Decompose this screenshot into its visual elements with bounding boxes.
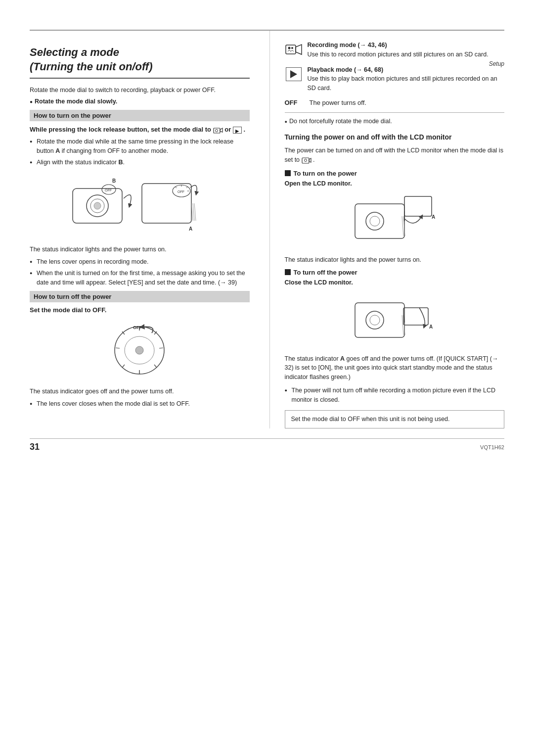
first-time-bullet: When the unit is turned on for the first… [30,269,250,287]
play-triangle [290,70,297,78]
svg-text:A: A [189,226,192,232]
setup-label: Setup [489,60,504,67]
after-off-bullets: The lens cover closes when the mode dial… [30,399,250,409]
camera-diagram-1: OFF B [30,174,250,238]
open-lcd-text: Open the LCD monitor. [285,180,505,187]
svg-point-52 [370,315,380,325]
how-to-turn-off-header: How to turn off the power [30,291,250,302]
camera-lcd-closed-diagram: A [285,293,505,347]
recording-mode-row: Recording mode (→ 43, 46) Use this to re… [285,41,505,59]
off-row: OFF The power turns off. [285,99,505,106]
status-on-text: The status indicator lights and the powe… [30,245,250,254]
recording-icon-svg [285,42,302,57]
svg-line-19 [193,203,194,221]
bottom-area: 31 VQT1H62 [30,438,504,452]
svg-line-20 [194,203,196,221]
page-container: Setup Selecting a mode (Turning the unit… [0,30,534,756]
svg-point-2 [215,129,218,132]
svg-text:A: A [432,214,435,220]
title-line1: Selecting a mode (Turning the unit on/of… [30,46,250,74]
mode-dial-diagram: OFF B [70,174,209,238]
svg-marker-34 [296,45,302,54]
svg-rect-41 [404,196,432,216]
svg-point-51 [366,311,384,329]
how-to-turn-on-header: How to turn on the power [30,110,250,121]
to-turn-off-header: To turn off the power [285,269,505,276]
power-off-bullets: The power will not turn off while record… [285,386,505,405]
to-turn-on-header: To turn on the power [285,170,505,177]
recording-mode-text: Recording mode (→ 43, 46) Use this to re… [308,41,505,59]
svg-text:B: B [112,178,116,184]
page-number: 31 [30,442,40,452]
model-code: VQT1H62 [480,444,504,450]
svg-point-39 [304,159,307,161]
recording-mode-icon-inline [213,126,223,134]
svg-text:OFF: OFF [105,189,112,192]
svg-line-15 [176,187,177,188]
svg-line-25 [159,348,163,348]
lcd-intro: The power can be turned on and off with … [285,146,505,165]
black-square-off [285,269,291,275]
recording-mode-icon [285,41,303,58]
status-off-text: The status indicator goes off and the po… [30,387,250,396]
camera-diagram-2: OFF [30,321,250,380]
svg-line-28 [154,365,157,368]
lcd-section-header: Turning the power on and off with the LC… [285,133,505,142]
status-off-para: The status indicator A goes off and the … [285,354,505,382]
intro-text: Rotate the mode dial to switch to record… [30,86,250,95]
svg-point-43 [366,212,384,230]
lcd-closed-svg: A [345,293,444,347]
section-divider [285,112,505,113]
svg-text:A: A [429,324,433,330]
lcd-section: Turning the power on and off with the LC… [285,133,505,428]
off-desc: The power turns off. [310,99,366,106]
svg-rect-0 [214,128,220,133]
warning-box: Set the mode dial to OFF when this unit … [285,410,505,428]
svg-rect-37 [302,158,309,163]
rotate-slowly-bullet: Rotate the mode dial slowly. [30,98,250,105]
lock-bullets: Rotate the mode dial while at the same t… [30,137,250,167]
black-square-on [285,170,291,176]
status-on-para: The status indicator lights and the powe… [285,255,505,265]
set-mode-text: Set the mode dial to OFF. [30,306,250,314]
lens-cover-bullet: The lens cover opens in recording mode. [30,257,250,267]
svg-point-44 [370,216,380,226]
camera-lcd-open-diagram: A [285,194,505,248]
left-column: Selecting a mode (Turning the unit on/of… [30,31,250,428]
svg-point-35 [288,47,290,49]
svg-rect-33 [286,45,296,54]
svg-rect-10 [142,184,191,223]
lock-heading: While pressing the lock release button, … [30,125,250,134]
recording-mode-label: Recording mode (→ 43, 46) [308,41,505,50]
page-title: Selecting a mode (Turning the unit on/of… [30,46,250,79]
close-lcd-text: Close the LCD monitor. [285,279,505,286]
svg-point-6 [94,202,101,209]
right-column: Recording mode (→ 43, 46) Use this to re… [269,31,505,428]
lock-bullet-2: Align with the status indicator B. [30,158,250,167]
power-off-bullet: The power will not turn off while record… [285,386,505,405]
svg-text:OFF: OFF [178,190,184,193]
svg-point-36 [291,47,293,49]
playback-mode-icon-inline: ▶ [233,127,242,134]
svg-marker-38 [309,158,311,162]
after-status-bullets: The lens cover opens in recording mode. … [30,257,250,287]
recording-mode-icon-lcd [302,156,312,164]
svg-marker-1 [220,128,222,132]
off-label: OFF [285,99,300,106]
playback-mode-text: Playback mode (→ 64, 68) Use this to pla… [308,65,505,93]
lens-closes-bullet: The lens cover closes when the mode dial… [30,399,250,409]
playback-mode-icon [285,65,303,83]
svg-line-29 [122,365,125,368]
recording-mode-desc: Use this to record motion pictures and s… [308,50,505,59]
dont-rotate-bullet: Do not forcefully rotate the mode dial. [285,118,505,125]
two-col-layout: Selecting a mode (Turning the unit on/of… [30,31,504,428]
svg-line-27 [116,348,120,348]
off-dial-diagram: OFF [100,321,179,380]
lock-bullet-1: Rotate the mode dial while at the same t… [30,137,250,156]
svg-point-32 [135,346,143,354]
lcd-open-svg: A [345,194,444,248]
svg-text:OFF: OFF [133,325,142,330]
playback-mode-row: Playback mode (→ 64, 68) Use this to pla… [285,65,505,93]
svg-line-46 [402,216,403,236]
playback-mode-label: Playback mode (→ 64, 68) [308,65,505,75]
